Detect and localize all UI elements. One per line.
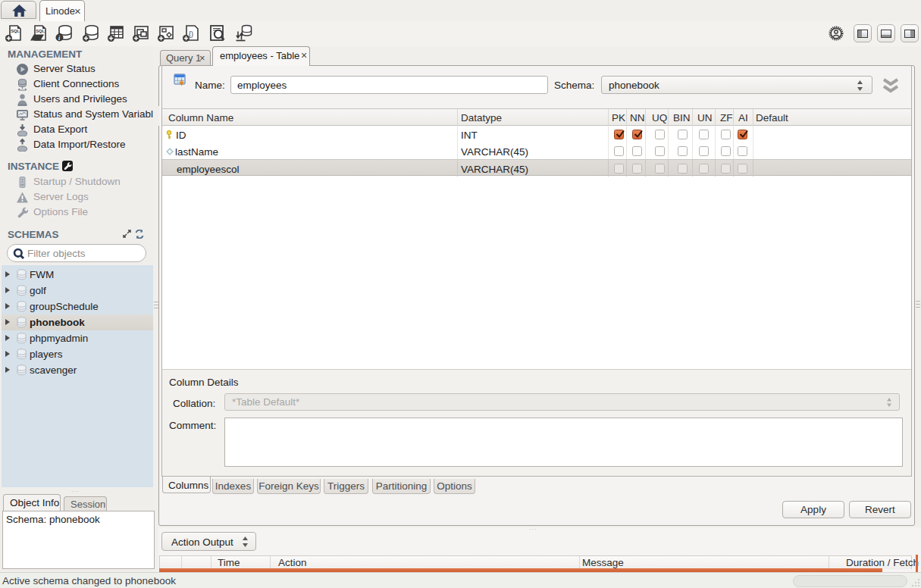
svg-text:SQL: SQL [36,29,45,33]
svg-text:{): {) [189,30,193,38]
svg-text:SQL: SQL [11,29,20,33]
